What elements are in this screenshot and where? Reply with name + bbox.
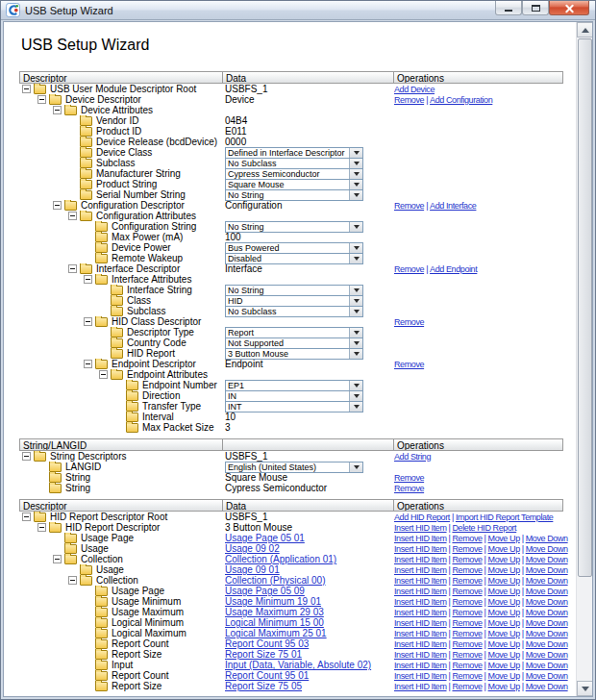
operation-link[interactable]: Remove	[394, 264, 424, 274]
tree-item-label[interactable]: Logical Maximum	[112, 628, 186, 638]
operation-link[interactable]: Move Down	[526, 597, 568, 607]
tree-item-label[interactable]: Max Power (mA)	[112, 232, 183, 242]
tree-item-label[interactable]: HID Class Descriptor	[112, 316, 201, 327]
operation-link[interactable]: Move Up	[488, 639, 520, 649]
operation-link[interactable]: Remove	[452, 629, 482, 638]
tree-item-label[interactable]: Interface Descriptor	[96, 263, 180, 274]
tree-item-label[interactable]: Vendor ID	[96, 115, 138, 126]
operation-link[interactable]: Move Down	[526, 661, 568, 670]
operation-link[interactable]: Remove	[394, 95, 424, 105]
tree-collapse-icon[interactable]	[68, 264, 77, 273]
operation-link[interactable]: Remove	[394, 317, 424, 327]
operation-link[interactable]: Move Up	[488, 597, 520, 607]
tree-item-label[interactable]: Max Packet Size	[142, 422, 213, 433]
operation-link[interactable]: Move Down	[526, 618, 568, 628]
tree-item-label[interactable]: Device Release (bcdDevice)	[96, 137, 217, 147]
operation-link[interactable]: Insert HID Item	[394, 661, 447, 670]
tree-collapse-icon[interactable]	[22, 452, 31, 461]
tree-collapse-icon[interactable]	[22, 512, 31, 521]
operation-link[interactable]: Insert HID Item	[394, 629, 447, 638]
combobox-dropdown-button[interactable]	[349, 222, 362, 232]
tree-collapse-icon[interactable]	[68, 212, 77, 220]
tree-item-label[interactable]: Transfer Type	[142, 401, 201, 412]
operation-link[interactable]: Remove	[394, 201, 424, 211]
tree-item-label[interactable]: Endpoint Attributes	[127, 369, 208, 380]
operation-link[interactable]: Move Down	[526, 650, 568, 660]
tree-collapse-icon[interactable]	[22, 85, 31, 93]
operation-link[interactable]: Add String	[394, 452, 431, 462]
operation-link[interactable]: Insert HID Item	[394, 544, 447, 554]
tree-item-label[interactable]: Collection	[81, 554, 123, 564]
operation-link[interactable]: Insert HID Item	[394, 534, 447, 543]
operation-link[interactable]: Remove	[394, 360, 424, 369]
tree-collapse-icon[interactable]	[53, 201, 62, 210]
operation-link[interactable]: Remove	[452, 565, 482, 575]
tree-collapse-icon[interactable]	[84, 360, 92, 368]
minimize-button[interactable]	[495, 1, 522, 15]
operation-link[interactable]: Add Endpoint	[430, 264, 477, 274]
operation-link[interactable]: Add Configuration	[430, 95, 492, 105]
operation-link[interactable]: Move Down	[526, 534, 568, 543]
tree-item-label[interactable]: Manufacturer String	[96, 168, 181, 179]
operation-link[interactable]: Remove	[452, 544, 482, 554]
tree-item-label[interactable]: Configuration Descriptor	[81, 200, 185, 211]
operation-link[interactable]: Insert HID Item	[394, 650, 447, 660]
tree-item-label[interactable]: Subclass	[96, 158, 136, 168]
combobox-dropdown-button[interactable]	[349, 169, 362, 179]
hid-item-link[interactable]: Usage 09 02	[223, 543, 280, 554]
operation-link[interactable]: Delete HID Report	[452, 523, 516, 533]
operation-link[interactable]: Move Up	[488, 544, 520, 554]
operation-link[interactable]: Move Down	[526, 639, 568, 649]
tree-item-label[interactable]: Report Count	[112, 670, 168, 681]
tree-item-label[interactable]: Endpoint Descriptor	[112, 359, 196, 369]
tree-item-label[interactable]: String Descriptors	[50, 451, 126, 462]
combobox-dropdown-button[interactable]	[349, 349, 362, 359]
tree-item-label[interactable]: Direction	[142, 390, 180, 401]
operation-link[interactable]: Move Up	[488, 629, 520, 638]
hid-item-link[interactable]: Input (Data, Variable, Absolute 02)	[223, 660, 371, 670]
tree-item-label[interactable]: Usage Minimum	[112, 596, 181, 607]
operation-link[interactable]: Move Down	[526, 565, 568, 575]
operation-link[interactable]: Remove	[452, 618, 482, 628]
operation-link[interactable]: Move Up	[488, 682, 520, 691]
scroll-down-button[interactable]	[577, 681, 593, 696]
hid-item-link[interactable]: Usage Page 05 01	[223, 533, 305, 543]
tree-item-label[interactable]: Interface Attributes	[112, 274, 191, 285]
combobox-dropdown-button[interactable]	[349, 180, 362, 189]
tree-item-label[interactable]: Usage	[81, 543, 109, 554]
tree-item-label[interactable]: Configuration String	[112, 221, 196, 232]
operation-link[interactable]: Move Down	[526, 629, 568, 638]
hid-item-link[interactable]: Logical Maximum 25 01	[223, 628, 327, 638]
scrollbar-thumb[interactable]	[578, 38, 592, 577]
combobox-dropdown-button[interactable]	[349, 243, 362, 253]
tree-item-label[interactable]: Usage	[96, 564, 124, 575]
operation-link[interactable]: Add Device	[394, 85, 435, 94]
data-combobox[interactable]: English (United States)	[225, 462, 363, 473]
combobox-dropdown-button[interactable]	[349, 307, 362, 316]
tree-item-label[interactable]: String	[65, 472, 90, 483]
scroll-up-button[interactable]	[577, 22, 593, 38]
operation-link[interactable]: Move Down	[526, 587, 568, 596]
hid-item-link[interactable]: Usage Page 05 09	[223, 586, 305, 596]
combobox-dropdown-button[interactable]	[349, 286, 362, 295]
operation-link[interactable]: Insert HID Item	[394, 671, 447, 681]
tree-collapse-icon[interactable]	[68, 576, 77, 585]
close-button[interactable]	[549, 1, 589, 15]
tree-item-label[interactable]: Device Power	[112, 242, 171, 253]
tree-collapse-icon[interactable]	[37, 523, 46, 532]
operation-link[interactable]: Remove	[452, 608, 482, 617]
operation-link[interactable]: Remove	[452, 661, 482, 670]
data-combobox[interactable]: No String	[225, 221, 363, 233]
operation-link[interactable]: Insert HID Item	[394, 639, 447, 649]
hid-item-link[interactable]: Report Size 75 01	[223, 649, 302, 660]
operation-link[interactable]: Insert HID Item	[394, 608, 447, 617]
operation-link[interactable]: Insert HID Item	[394, 555, 447, 564]
operation-link[interactable]: Import HID Report Template	[456, 512, 553, 522]
operation-link[interactable]: Move Down	[526, 682, 568, 691]
hid-item-link[interactable]: Report Count 95 03	[223, 638, 309, 649]
operation-link[interactable]: Remove	[452, 587, 482, 596]
operation-link[interactable]: Move Down	[526, 555, 568, 564]
tree-item-label[interactable]: Interval	[142, 412, 174, 422]
combobox-dropdown-button[interactable]	[349, 190, 362, 200]
vertical-scrollbar[interactable]	[576, 22, 592, 696]
